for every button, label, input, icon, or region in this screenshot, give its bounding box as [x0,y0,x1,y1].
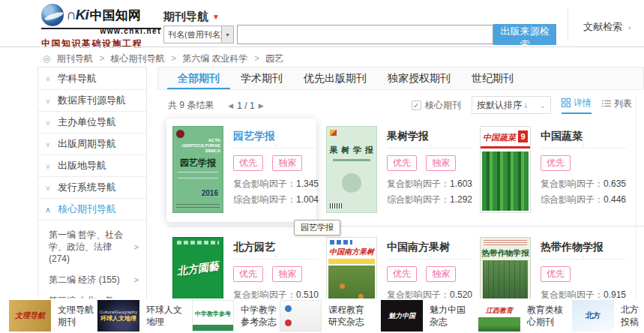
breadcrumb-sep: > [171,53,176,64]
footer-journal-wenli-daohang[interactable]: 文理导航 文理导航期刊 [9,300,94,332]
journal-nav-dropdown[interactable]: 期刊导航▼ [163,10,220,24]
core-journal-checkbox[interactable]: ✓ [412,100,421,110]
badge-priority: 优先 [387,155,417,171]
breadcrumb-sep: > [254,53,259,64]
footer-journal-beifang[interactable]: 北方 北方投稿 [572,300,639,332]
journal-title-link[interactable]: 中国蔬菜 [541,130,626,143]
sidebar-item-sponsor-nav[interactable]: ∨ 主办单位导航 [38,111,146,133]
tab-priority-publish-journals[interactable]: 优先出版期刊 [293,68,377,89]
footer-journal-thumbnail[interactable]: 中学教学参考 [192,300,234,332]
hover-tooltip: 园艺学报 [294,220,340,236]
cover-seal-icon [176,130,184,138]
globe-icon [41,4,64,26]
logo-zh: 中国知网 [90,7,141,24]
cover-logos [330,240,352,244]
sidebar-item-distribution-nav[interactable]: ∨ 发行系统导航 [38,176,146,198]
source-search-button[interactable]: 出版来源检索 [493,24,556,45]
breadcrumb-item[interactable]: 期刊导航 [57,53,93,64]
composite-impact-factor: 综合影响因子：1.292 [387,192,472,208]
compound-impact-factor: 复合影响因子：0.635 [541,176,626,192]
journal-card-zhongguo-shucai[interactable]: 中国蔬菜 9 中国蔬菜 ⌃ 优先 复合影响因子：0.635 综合影响因子：0.4… [474,118,624,222]
footer-journal-meili-zhongguo[interactable]: 魅力中国 魅力中国杂志 [381,300,466,332]
footer-journal-huanqiu-renwen-dili[interactable]: CulturalGeography 环球人文地理 环球人文地理 [97,300,182,332]
cover-footer-lines [176,204,220,209]
breadcrumb-item[interactable]: 园艺 [265,53,283,64]
page: ∩Ki 中国知网 www.cnki.net 中国知识基础设施工程 期刊导航▼ 刊… [0,0,644,333]
footer-journal-kecheng-jiaoyu-yanjiu[interactable]: 课程教育研究杂志 [280,300,364,332]
badge-exclusive: 独家 [426,266,456,282]
footer-journal-thumbnail[interactable]: 江西教育 [478,300,520,332]
tab-century-journals[interactable]: 世纪期刊 [461,68,524,89]
journal-cover-image[interactable]: 果 树 学 报 [326,126,377,213]
sort-dropdown[interactable]: 按默认排序 ↓ ⌄ [472,96,551,114]
header-divider [568,9,568,40]
badge-priority: 优先 [541,266,571,282]
search-field-label: 刊名(曾用刊名) [164,29,221,40]
sidebar-item-publish-cycle-nav[interactable]: ∨ 出版周期导航 [38,133,146,154]
prev-page-icon[interactable]: ◀ [228,102,233,110]
title-divider: ⌃ [387,254,472,260]
title-divider: ⌃ [233,143,319,148]
cover-photo [482,152,529,211]
sidebar-subitem-vol1[interactable]: 第一编 哲学、社会学、政治、法律 (274) > [38,224,142,269]
chevron-down-icon: ∨ [38,74,58,82]
cover-yellow-strip [328,259,375,264]
footer-journal-thumbnail[interactable]: CulturalGeography 环球人文地理 [97,300,139,332]
pager: ◀ 1 / 1 ▶ [224,100,267,111]
journal-title-link[interactable]: 北方园艺 [233,241,319,254]
footer-journal-thumbnail[interactable] [280,300,322,332]
footer-journal-jiangxi-jiaoyu[interactable]: 江西教育 教育类核心期刊 [478,300,563,332]
page-indicator: 1 / 1 [237,100,254,111]
arrow-right-icon: > [134,275,139,284]
sidebar-item-publish-place-nav[interactable]: ∨ 出版地导航 [38,154,146,176]
footer-journal-thumbnail[interactable]: 北方 [572,300,614,332]
breadcrumb-item[interactable]: 第六编 农业科学 [182,53,247,64]
sort-direction-icon: ↓ [523,100,528,110]
journal-cover-image[interactable]: ACTA HORTICULTURAE SINICA 园艺学报 2016 [172,126,223,213]
link-chevron-icon: › [628,22,631,32]
sidebar-item-core-journal-nav[interactable]: ∧ 核心期刊导航 [38,198,146,220]
title-divider: ⌃ [387,143,472,148]
journal-title-link[interactable]: 热带作物学报 [541,241,626,254]
next-page-icon[interactable]: ▶ [259,102,264,110]
title-divider: ⌃ [233,254,319,260]
tab-exclusive-journals[interactable]: 独家授权期刊 [377,68,461,89]
thumb-green-band [193,325,233,331]
footer-journal-zhongxue-jiaoxue-cankao[interactable]: 中学教学参考 中学教学参考杂志 [192,300,277,332]
tab-academic-journals[interactable]: 学术期刊 [230,68,293,89]
cover-red-bar [481,146,530,148]
cover-subtitle-bar [333,159,370,161]
cover-header-lines [484,240,527,246]
journal-title-link[interactable]: 果树学报 [387,130,472,143]
title-divider: ⌃ [541,143,626,148]
cover-barcode [330,203,342,208]
thumb-logo-dot [285,320,292,326]
select-caret-icon[interactable]: ▾ [221,26,233,43]
footer-journal-thumbnail[interactable]: 魅力中国 [381,300,423,332]
sidebar-item-subject-nav[interactable]: ∨ 学科导航 [38,68,146,89]
journal-cover-image[interactable]: 中国蔬菜 9 [480,126,531,213]
chevron-down-icon: ∨ [38,97,58,105]
tab-all-journals[interactable]: 全部期刊 [167,68,230,89]
core-journal-filter[interactable]: ✓ 核心期刊 [412,99,461,112]
search-field-select[interactable]: 刊名(曾用刊名) ▾ [163,26,234,44]
journal-card-yuanyi-xuebao[interactable]: ACTA HORTICULTURAE SINICA 园艺学报 2016 园艺学报… [166,118,316,222]
view-list-button[interactable]: 列表 [602,98,632,113]
doc-search-link[interactable]: 文献检索› [583,20,631,34]
source-search-input[interactable] [237,25,493,44]
footer-journal-thumbnail[interactable]: 文理导航 [9,300,51,332]
journal-title-link[interactable]: 中国南方果树 [387,241,472,254]
cover-header-lines [177,241,219,244]
view-detail-button[interactable]: 详情 [562,97,592,114]
sidebar-item-database-source-nav[interactable]: ∨ 数据库刊源导航 [38,89,146,111]
arrow-right-icon: > [134,242,139,251]
compound-impact-factor: 复合影响因子：1.603 [387,176,472,192]
journal-card-guoshu-xuebao[interactable]: 果 树 学 报 果树学报 ⌃ 优先 独家 复合影响因子：1.603 综合影响因子… [320,118,470,222]
core-journal-label: 核心期刊 [425,99,461,112]
toolbar-right: ✓ 核心期刊 按默认排序 ↓ ⌄ 详情 列表 [412,96,632,114]
journal-title-link[interactable]: 园艺学报 [233,130,319,143]
sidebar-subitem-vol2[interactable]: 第二编 经济 (155) > [38,269,142,290]
breadcrumb-item[interactable]: 核心期刊导航 [111,53,165,64]
cnki-logo[interactable]: ∩Ki 中国知网 www.cnki.net 中国知识基础设施工程 [41,4,161,50]
composite-impact-factor: 综合影响因子：1.004 [233,192,319,208]
